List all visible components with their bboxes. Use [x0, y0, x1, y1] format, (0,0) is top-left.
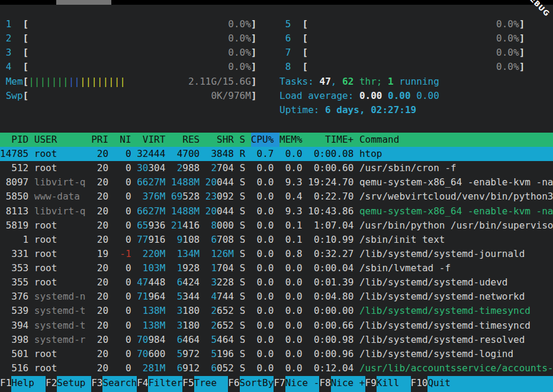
fkey-number: F5 [182, 377, 194, 388]
htop-terminal-screen: { "window": { "titlebar_tab": "" }, "rib… [0, 0, 553, 392]
table-header[interactable]: PID USER PRI NI VIRT RES SHR S CPU% MEM%… [0, 133, 553, 147]
fkey-f2-setup[interactable]: F2Setup [46, 377, 91, 388]
state-cell: S [240, 305, 251, 316]
command-cell: /lib/systemd/systemd-timesyncd [359, 305, 531, 316]
cpu-meter-7-label: 7 [279, 47, 291, 58]
state-cell: S [240, 362, 251, 374]
user-cell: root [34, 277, 91, 288]
load-5min: 0.00 [388, 90, 411, 101]
fkey-number: F2 [46, 377, 57, 388]
fkey-f10-quit[interactable]: F10Quit [411, 377, 553, 388]
process-row-516[interactable]: 516 root 20 0 281M 6912 6052 S 0.0 0.0 0… [0, 361, 553, 375]
titlebar-tab[interactable] [56, 0, 111, 5]
process-row-353[interactable]: 353 root 20 0 103M 1928 1704 S 0.0 0.0 0… [0, 261, 553, 275]
pid-cell: 376 [0, 291, 34, 302]
fkey-number: F4 [137, 377, 148, 388]
user-cell: root [34, 348, 91, 359]
process-row-539[interactable]: 539 systemd-t 20 0 138M 3180 2652 S 0.0 … [0, 304, 553, 318]
fkey-number: F10 [411, 377, 428, 388]
process-row-512[interactable]: 512 root 20 0 30304 2988 2704 S 0.0 0.0 … [0, 161, 553, 175]
cpu-meter-2-value: 0.0% [28, 33, 251, 44]
cpu-meter-6-value: 0.0% [308, 33, 519, 44]
process-row-8097[interactable]: 8097 libvirt-q 20 0 6627M 1488M 20044 S … [0, 175, 553, 189]
cpu-meter-5-value: 0.0% [308, 18, 519, 30]
mem-bar-bar_yellow: |||||||| [80, 76, 126, 87]
fkey-f9-kill[interactable]: F9Kill [365, 377, 411, 388]
cpu-meter-5-label: 5 [279, 18, 291, 30]
command-cell: /srv/webvirtcloud/venv/bin/python3 [359, 191, 553, 202]
process-row-5819[interactable]: 5819 root 20 0 65936 21416 8000 S 0.0 0.… [0, 219, 553, 233]
command-cell: qemu-system-x86_64 -enable-kvm -na [359, 205, 553, 217]
fkey-label: Nice + [331, 376, 365, 392]
user-cell: libvirt-q [34, 176, 91, 188]
cpu-meter-2-label: 2 [0, 33, 11, 44]
fkey-number: F7 [274, 377, 285, 388]
user-cell: root [34, 220, 91, 231]
process-row-398[interactable]: 398 systemd-r 20 0 70984 6464 5464 S 0.0… [0, 333, 553, 347]
system-meters: 1 [ 0.0%] 5 [ 0.0%] 2 [ 0.0%] 6 [ 0.0%] … [0, 17, 553, 117]
state-cell: S [240, 220, 251, 231]
process-row-8113[interactable]: 8113 libvirt-q 20 0 6627M 1488M 20044 S … [0, 204, 553, 219]
process-row-501[interactable]: 501 root 20 0 70600 5972 5196 S 0.0 0.0 … [0, 347, 553, 361]
pid-cell: 512 [0, 162, 34, 173]
user-cell: root [34, 262, 91, 274]
fkey-number: F8 [319, 377, 330, 388]
state-cell: S [240, 320, 251, 331]
user-cell: systemd-t [34, 305, 91, 316]
fkey-number: F1 [0, 377, 11, 388]
process-row-376[interactable]: 376 systemd-n 20 0 71964 5344 4744 S 0.0… [0, 290, 553, 304]
pid-cell: 5850 [0, 191, 34, 202]
process-row-14785[interactable]: 14785 root 20 0 32444 4700 3848 R 0.7 0.… [0, 147, 553, 161]
fkey-f8-nice-[interactable]: F8Nice + [319, 377, 365, 388]
command-cell: /lib/systemd/systemd-resolved [359, 334, 525, 345]
fkey-f6-sortby[interactable]: F6SortBy [228, 377, 274, 388]
header-sort-column-cpu[interactable]: CPU% [251, 133, 279, 147]
cpu-meter-3-label: 3 [0, 47, 11, 58]
state-cell: S [240, 334, 251, 345]
fkey-label: SortBy [240, 376, 274, 392]
process-row-394[interactable]: 394 systemd-t 20 0 138M 3180 2652 S 0.0 … [0, 319, 553, 333]
fkey-f3-search[interactable]: F3Search [91, 377, 137, 388]
state-cell: S [240, 277, 251, 288]
cpu-meter-7-value: 0.0% [308, 47, 519, 58]
state-cell: S [240, 248, 251, 259]
fkey-label: Tree [194, 376, 229, 392]
state-cell: S [240, 348, 251, 359]
process-row-1[interactable]: 1 root 20 0 77916 9108 6708 S 0.0 0.1 0:… [0, 233, 553, 247]
command-cell: /usr/sbin/cron -f [359, 162, 456, 173]
user-cell: root [34, 148, 91, 159]
fkey-f7-nice-[interactable]: F7Nice - [274, 377, 319, 388]
mem-bar-bar_green: ||||||| [28, 76, 68, 87]
fkey-label: Quit [427, 376, 553, 392]
titlebar [0, 0, 553, 5]
process-row-355[interactable]: 355 root 20 0 47448 6424 3228 S 0.0 0.0 … [0, 275, 553, 290]
fkey-label: Search [102, 376, 137, 392]
function-key-bar: F1Help F2Setup F3SearchF4FilterF5Tree F6… [0, 376, 553, 392]
state-cell: S [240, 262, 251, 274]
header-static-columns: PID USER PRI NI VIRT RES SHR S [0, 134, 251, 145]
cpu-meter-8-value: 0.0% [308, 61, 519, 72]
load-1min: 0.00 [359, 90, 382, 101]
pid-cell: 353 [0, 262, 34, 274]
fkey-f5-tree[interactable]: F5Tree [182, 377, 228, 388]
user-cell: root [34, 162, 91, 173]
command-cell: htop [359, 148, 382, 159]
pid-cell: 398 [0, 334, 34, 345]
mem-bar-bar_blue: || [69, 76, 80, 87]
mem-meter-value: 2.11G/15.6G [188, 76, 251, 87]
fkey-f1-help[interactable]: F1Help [0, 377, 46, 388]
user-cell: root [34, 248, 91, 259]
process-row-5850[interactable]: 5850 www-data 20 0 376M 69528 23092 S 0.… [0, 189, 553, 204]
fkey-f4-filter[interactable]: F4Filter [137, 377, 182, 388]
command-cell: /lib/systemd/systemd-journald [359, 248, 525, 259]
cpu-meter-3-value: 0.0% [28, 47, 251, 58]
fkey-number: F6 [228, 377, 239, 388]
user-cell: systemd-r [34, 334, 91, 345]
state-cell: S [240, 234, 251, 245]
swap-meter-label: Swp [6, 90, 23, 101]
user-cell: root [34, 234, 91, 245]
cpu-meter-8-label: 8 [279, 61, 291, 72]
command-cell: /usr/bin/python /usr/bin/superviso [359, 220, 553, 231]
pid-cell: 539 [0, 305, 34, 316]
process-row-331[interactable]: 331 root 19 -1 220M 134M 126M S 0.0 0.8 … [0, 247, 553, 261]
